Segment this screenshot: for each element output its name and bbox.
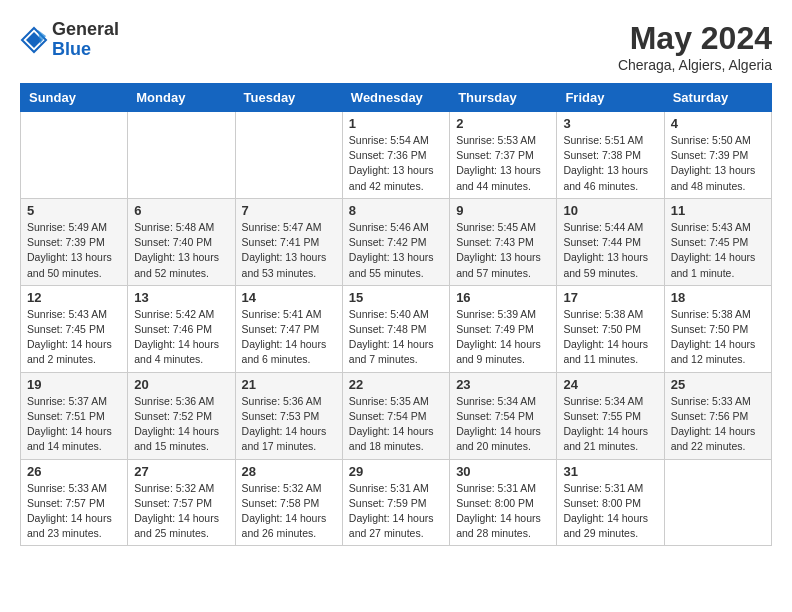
day-number: 11: [671, 203, 765, 218]
day-cell-28: 28Sunrise: 5:32 AM Sunset: 7:58 PM Dayli…: [235, 459, 342, 546]
day-number: 7: [242, 203, 336, 218]
day-info: Sunrise: 5:40 AM Sunset: 7:48 PM Dayligh…: [349, 307, 443, 368]
day-cell-31: 31Sunrise: 5:31 AM Sunset: 8:00 PM Dayli…: [557, 459, 664, 546]
day-info: Sunrise: 5:31 AM Sunset: 8:00 PM Dayligh…: [563, 481, 657, 542]
weekday-header-friday: Friday: [557, 84, 664, 112]
day-cell-9: 9Sunrise: 5:45 AM Sunset: 7:43 PM Daylig…: [450, 198, 557, 285]
empty-cell: [128, 112, 235, 199]
day-info: Sunrise: 5:34 AM Sunset: 7:55 PM Dayligh…: [563, 394, 657, 455]
day-info: Sunrise: 5:48 AM Sunset: 7:40 PM Dayligh…: [134, 220, 228, 281]
day-cell-1: 1Sunrise: 5:54 AM Sunset: 7:36 PM Daylig…: [342, 112, 449, 199]
day-info: Sunrise: 5:43 AM Sunset: 7:45 PM Dayligh…: [671, 220, 765, 281]
week-row-3: 12Sunrise: 5:43 AM Sunset: 7:45 PM Dayli…: [21, 285, 772, 372]
day-cell-14: 14Sunrise: 5:41 AM Sunset: 7:47 PM Dayli…: [235, 285, 342, 372]
weekday-header-sunday: Sunday: [21, 84, 128, 112]
day-cell-4: 4Sunrise: 5:50 AM Sunset: 7:39 PM Daylig…: [664, 112, 771, 199]
day-cell-24: 24Sunrise: 5:34 AM Sunset: 7:55 PM Dayli…: [557, 372, 664, 459]
day-info: Sunrise: 5:45 AM Sunset: 7:43 PM Dayligh…: [456, 220, 550, 281]
weekday-header-wednesday: Wednesday: [342, 84, 449, 112]
day-cell-6: 6Sunrise: 5:48 AM Sunset: 7:40 PM Daylig…: [128, 198, 235, 285]
logo-line1: General: [52, 20, 119, 40]
day-info: Sunrise: 5:47 AM Sunset: 7:41 PM Dayligh…: [242, 220, 336, 281]
logo-line2: Blue: [52, 40, 119, 60]
day-info: Sunrise: 5:41 AM Sunset: 7:47 PM Dayligh…: [242, 307, 336, 368]
day-cell-10: 10Sunrise: 5:44 AM Sunset: 7:44 PM Dayli…: [557, 198, 664, 285]
day-cell-2: 2Sunrise: 5:53 AM Sunset: 7:37 PM Daylig…: [450, 112, 557, 199]
day-number: 14: [242, 290, 336, 305]
day-number: 28: [242, 464, 336, 479]
day-info: Sunrise: 5:36 AM Sunset: 7:52 PM Dayligh…: [134, 394, 228, 455]
day-number: 8: [349, 203, 443, 218]
day-number: 30: [456, 464, 550, 479]
day-cell-26: 26Sunrise: 5:33 AM Sunset: 7:57 PM Dayli…: [21, 459, 128, 546]
day-number: 5: [27, 203, 121, 218]
day-cell-30: 30Sunrise: 5:31 AM Sunset: 8:00 PM Dayli…: [450, 459, 557, 546]
day-number: 26: [27, 464, 121, 479]
day-number: 29: [349, 464, 443, 479]
day-info: Sunrise: 5:33 AM Sunset: 7:56 PM Dayligh…: [671, 394, 765, 455]
day-info: Sunrise: 5:31 AM Sunset: 8:00 PM Dayligh…: [456, 481, 550, 542]
week-row-5: 26Sunrise: 5:33 AM Sunset: 7:57 PM Dayli…: [21, 459, 772, 546]
day-info: Sunrise: 5:36 AM Sunset: 7:53 PM Dayligh…: [242, 394, 336, 455]
day-info: Sunrise: 5:42 AM Sunset: 7:46 PM Dayligh…: [134, 307, 228, 368]
day-info: Sunrise: 5:33 AM Sunset: 7:57 PM Dayligh…: [27, 481, 121, 542]
day-cell-8: 8Sunrise: 5:46 AM Sunset: 7:42 PM Daylig…: [342, 198, 449, 285]
day-number: 13: [134, 290, 228, 305]
day-number: 15: [349, 290, 443, 305]
location-subtitle: Cheraga, Algiers, Algeria: [618, 57, 772, 73]
calendar: SundayMondayTuesdayWednesdayThursdayFrid…: [20, 83, 772, 546]
day-cell-22: 22Sunrise: 5:35 AM Sunset: 7:54 PM Dayli…: [342, 372, 449, 459]
day-cell-15: 15Sunrise: 5:40 AM Sunset: 7:48 PM Dayli…: [342, 285, 449, 372]
day-cell-17: 17Sunrise: 5:38 AM Sunset: 7:50 PM Dayli…: [557, 285, 664, 372]
calendar-header: SundayMondayTuesdayWednesdayThursdayFrid…: [21, 84, 772, 112]
day-info: Sunrise: 5:50 AM Sunset: 7:39 PM Dayligh…: [671, 133, 765, 194]
day-number: 20: [134, 377, 228, 392]
day-number: 4: [671, 116, 765, 131]
day-number: 12: [27, 290, 121, 305]
day-cell-27: 27Sunrise: 5:32 AM Sunset: 7:57 PM Dayli…: [128, 459, 235, 546]
empty-cell: [21, 112, 128, 199]
day-number: 25: [671, 377, 765, 392]
day-number: 17: [563, 290, 657, 305]
day-cell-21: 21Sunrise: 5:36 AM Sunset: 7:53 PM Dayli…: [235, 372, 342, 459]
empty-cell: [664, 459, 771, 546]
day-info: Sunrise: 5:32 AM Sunset: 7:58 PM Dayligh…: [242, 481, 336, 542]
day-info: Sunrise: 5:43 AM Sunset: 7:45 PM Dayligh…: [27, 307, 121, 368]
logo: General Blue: [20, 20, 119, 60]
day-number: 16: [456, 290, 550, 305]
day-number: 24: [563, 377, 657, 392]
day-number: 23: [456, 377, 550, 392]
day-info: Sunrise: 5:31 AM Sunset: 7:59 PM Dayligh…: [349, 481, 443, 542]
week-row-2: 5Sunrise: 5:49 AM Sunset: 7:39 PM Daylig…: [21, 198, 772, 285]
day-number: 2: [456, 116, 550, 131]
weekday-header-saturday: Saturday: [664, 84, 771, 112]
weekday-row: SundayMondayTuesdayWednesdayThursdayFrid…: [21, 84, 772, 112]
day-cell-16: 16Sunrise: 5:39 AM Sunset: 7:49 PM Dayli…: [450, 285, 557, 372]
month-title: May 2024: [618, 20, 772, 57]
day-info: Sunrise: 5:53 AM Sunset: 7:37 PM Dayligh…: [456, 133, 550, 194]
day-cell-11: 11Sunrise: 5:43 AM Sunset: 7:45 PM Dayli…: [664, 198, 771, 285]
day-info: Sunrise: 5:34 AM Sunset: 7:54 PM Dayligh…: [456, 394, 550, 455]
day-cell-18: 18Sunrise: 5:38 AM Sunset: 7:50 PM Dayli…: [664, 285, 771, 372]
day-cell-19: 19Sunrise: 5:37 AM Sunset: 7:51 PM Dayli…: [21, 372, 128, 459]
day-number: 3: [563, 116, 657, 131]
weekday-header-monday: Monday: [128, 84, 235, 112]
day-number: 22: [349, 377, 443, 392]
day-cell-29: 29Sunrise: 5:31 AM Sunset: 7:59 PM Dayli…: [342, 459, 449, 546]
day-info: Sunrise: 5:49 AM Sunset: 7:39 PM Dayligh…: [27, 220, 121, 281]
day-cell-12: 12Sunrise: 5:43 AM Sunset: 7:45 PM Dayli…: [21, 285, 128, 372]
day-info: Sunrise: 5:35 AM Sunset: 7:54 PM Dayligh…: [349, 394, 443, 455]
calendar-body: 1Sunrise: 5:54 AM Sunset: 7:36 PM Daylig…: [21, 112, 772, 546]
day-number: 19: [27, 377, 121, 392]
day-cell-13: 13Sunrise: 5:42 AM Sunset: 7:46 PM Dayli…: [128, 285, 235, 372]
day-info: Sunrise: 5:32 AM Sunset: 7:57 PM Dayligh…: [134, 481, 228, 542]
day-number: 21: [242, 377, 336, 392]
week-row-1: 1Sunrise: 5:54 AM Sunset: 7:36 PM Daylig…: [21, 112, 772, 199]
day-number: 1: [349, 116, 443, 131]
day-cell-7: 7Sunrise: 5:47 AM Sunset: 7:41 PM Daylig…: [235, 198, 342, 285]
day-cell-25: 25Sunrise: 5:33 AM Sunset: 7:56 PM Dayli…: [664, 372, 771, 459]
day-cell-23: 23Sunrise: 5:34 AM Sunset: 7:54 PM Dayli…: [450, 372, 557, 459]
day-number: 6: [134, 203, 228, 218]
empty-cell: [235, 112, 342, 199]
week-row-4: 19Sunrise: 5:37 AM Sunset: 7:51 PM Dayli…: [21, 372, 772, 459]
